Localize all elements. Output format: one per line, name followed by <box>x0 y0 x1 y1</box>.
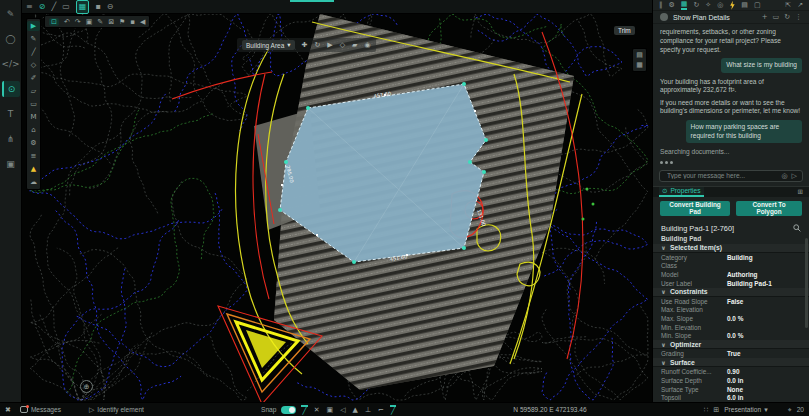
cursor-icon[interactable]: ▶ <box>327 41 332 49</box>
pencil-icon[interactable]: ✎ <box>27 34 40 44</box>
link-tool-icon[interactable]: ⊙ <box>2 81 20 97</box>
property-value[interactable]: None <box>727 386 743 393</box>
snap-mode-icon[interactable]: ⊥ <box>364 406 372 414</box>
search-icon[interactable] <box>793 224 801 232</box>
box-icon[interactable]: ▢ <box>754 1 761 9</box>
convert-to-polygon-button[interactable]: Convert To Polygon <box>736 201 802 216</box>
rows-icon[interactable]: ▤ <box>741 1 748 9</box>
share-icon[interactable]: ⋔ <box>2 131 20 147</box>
lasso-icon[interactable]: ◇ <box>27 60 40 70</box>
window-icon[interactable]: ▭ <box>773 13 780 21</box>
select-tool-icon[interactable]: ▶ <box>27 21 40 31</box>
minus-icon[interactable]: ⊖ <box>107 1 114 13</box>
table-icon[interactable]: ▤ <box>636 51 643 59</box>
identify-element-button[interactable]: ▷ Identify element <box>89 406 144 414</box>
map-canvas[interactable]: 457.60 295.00 451.60 131.00 ▶ ✎ ╱ ◇ ✐ ▱ … <box>22 14 652 402</box>
flag-icon[interactable]: ⚑ <box>119 18 125 26</box>
text-tool-icon[interactable]: T <box>2 106 20 122</box>
snap-mode-icon[interactable]: ▲ <box>352 406 359 414</box>
panel-scrollbar[interactable] <box>805 238 808 328</box>
messages-button[interactable]: Messages <box>20 406 61 413</box>
snap-mode-icon[interactable]: ▣ <box>326 406 335 414</box>
sparkle-icon[interactable]: ✧ <box>705 1 711 9</box>
pen-icon[interactable]: ✐ <box>27 73 40 83</box>
pen-tool-icon[interactable]: ✎ <box>2 6 20 22</box>
redo-icon[interactable]: ↷ <box>75 18 81 26</box>
cloud-icon[interactable]: ☁ <box>27 177 40 187</box>
section-optimizer[interactable]: ∨ Optimizer <box>653 340 809 349</box>
add-icon[interactable]: + <box>762 13 768 21</box>
property-value[interactable]: Authoring <box>727 271 758 278</box>
property-value[interactable]: Building <box>727 254 753 261</box>
snap-toggle[interactable] <box>281 406 296 414</box>
object-snap-icon[interactable]: ∷ <box>704 406 708 414</box>
refresh-icon[interactable]: ↻ <box>693 1 699 9</box>
record-icon[interactable]: ◎ <box>717 1 723 9</box>
snap-mode-icon[interactable]: ╱ <box>301 405 307 415</box>
more-icon[interactable]: ⋮ <box>795 13 802 21</box>
ellipse-tool-icon[interactable]: ◯ <box>2 31 20 47</box>
tools-icon[interactable]: ✖ <box>5 406 11 414</box>
settings-icon[interactable]: ⚙ <box>27 138 40 148</box>
grid-tool-icon[interactable]: ▦ <box>76 0 90 14</box>
marquee-icon[interactable]: ⊡ <box>49 18 59 26</box>
section-surface[interactable]: ∨ Surface <box>653 358 809 367</box>
property-value[interactable]: 0.90 <box>727 368 739 375</box>
layers-icon[interactable]: ≡ <box>27 151 40 161</box>
property-value[interactable]: 0.0 % <box>727 332 743 339</box>
warning-icon[interactable]: ▲ <box>27 164 40 174</box>
menu-icon[interactable]: ≡ <box>26 1 33 13</box>
anchor-point-icon[interactable]: ⊘ <box>39 1 46 13</box>
scale-icon[interactable]: ◇ <box>340 41 345 49</box>
move-icon[interactable]: ✚ <box>302 41 308 49</box>
measure-icon[interactable]: M <box>27 112 40 122</box>
rotate-icon[interactable]: ↻ <box>314 41 320 49</box>
attach-icon[interactable]: ◎ <box>782 172 788 180</box>
property-value[interactable]: 0.0 in <box>727 377 743 384</box>
send-icon[interactable]: ▷ <box>792 172 797 180</box>
line-tool-icon[interactable]: ╱ <box>51 1 56 13</box>
snap-mode-icon[interactable]: ◁ <box>339 406 346 414</box>
property-value[interactable]: Building Pad-1 <box>727 280 772 287</box>
expand-properties-icon[interactable]: ⊞ <box>798 188 803 196</box>
presentation-dropdown[interactable]: Presentation ▾ <box>724 406 768 414</box>
building-icon[interactable]: ⌂ <box>27 125 40 135</box>
grid-icon[interactable]: ▦ <box>636 61 643 69</box>
navigation-icon[interactable]: ⊕ <box>80 380 93 393</box>
edit-icon[interactable]: ✎ <box>97 18 103 26</box>
lightning-icon[interactable] <box>729 1 735 10</box>
expand-icon[interactable]: ⇱ <box>785 1 791 9</box>
convert-building-pad-button[interactable]: Convert Building Pad <box>660 201 730 216</box>
snap-mode-icon[interactable]: ╱ <box>390 405 396 415</box>
panel-grid-icon[interactable]: ▦ <box>681 0 688 10</box>
snap-mode-icon[interactable]: ✕ <box>313 406 321 414</box>
archive-icon[interactable]: ▣ <box>2 156 20 172</box>
lock-icon[interactable]: ▪ <box>130 18 135 26</box>
history-icon[interactable]: ↻ <box>784 13 790 21</box>
section-selected-items[interactable]: ∨ Selected Item(s) <box>653 244 809 253</box>
pause-icon[interactable]: ∥ <box>659 1 663 9</box>
building-area-dropdown[interactable]: Building Area ▾ <box>242 40 295 50</box>
property-value[interactable]: 6.0 in <box>727 394 743 401</box>
property-value[interactable]: False <box>727 298 743 305</box>
property-value[interactable]: 0.0 % <box>727 315 743 322</box>
snap-mode-icon[interactable]: ⌐ <box>377 406 385 414</box>
copy-icon[interactable]: ▣ <box>86 18 93 26</box>
gear-icon[interactable]: ⚙ <box>669 1 675 9</box>
layout-icon[interactable]: ⊞ <box>713 406 719 414</box>
property-value[interactable]: True <box>727 350 741 357</box>
extrude-icon[interactable]: ▰ <box>352 41 357 49</box>
popout-icon[interactable]: ↗ <box>797 1 803 9</box>
section-constraints[interactable]: ∨ Constraints <box>653 288 809 297</box>
rectangle-tool-icon[interactable]: ▭ <box>62 1 70 13</box>
rectangle-icon[interactable]: ▭ <box>27 99 40 109</box>
target-icon[interactable]: ◉ <box>365 41 371 49</box>
undo-icon[interactable]: ↶ <box>64 18 70 26</box>
crop-icon[interactable]: ⊠ <box>108 18 114 26</box>
stop-icon[interactable]: ▪ <box>95 1 100 13</box>
offset-icon[interactable]: ▱ <box>27 86 40 96</box>
tab-properties[interactable]: ⊙ Properties <box>659 187 704 197</box>
code-icon[interactable]: </> <box>2 56 20 72</box>
audio-icon[interactable]: ◀ <box>140 18 145 26</box>
line-icon[interactable]: ╱ <box>27 47 40 57</box>
